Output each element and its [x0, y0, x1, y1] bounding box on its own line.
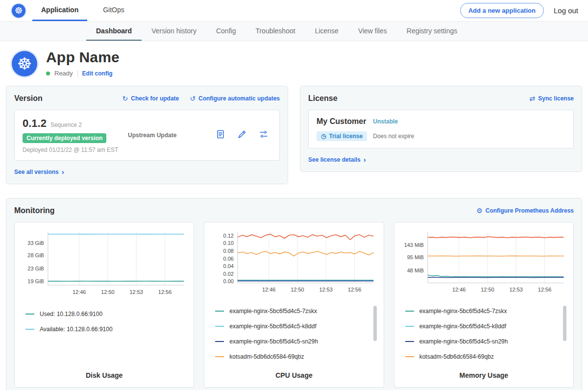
legend-item: example-nginx-5bc6f5d4c5-7zskx: [215, 308, 378, 315]
legend-color-dash-icon: [215, 356, 224, 357]
subnav-tab-registry-settings[interactable]: Registry settings: [397, 22, 467, 41]
legend-label: Available: 10.128.0.66:9100: [40, 326, 113, 333]
subnav-tab-troubleshoot[interactable]: Troubleshoot: [245, 22, 305, 41]
legend-color-dash-icon: [215, 311, 224, 312]
cpu-usage-panel: 12:4612:5012:5312:560.120.100.080.060.04…: [204, 222, 384, 388]
legend-scrollbar[interactable]: [373, 306, 377, 341]
status-text: Ready: [54, 70, 73, 77]
check-for-update-link[interactable]: ↻ Check for update: [122, 95, 179, 102]
configure-auto-updates-label: Configure automatic updates: [198, 95, 280, 102]
svg-text:0.04: 0.04: [223, 263, 234, 269]
svg-text:0.06: 0.06: [223, 256, 234, 262]
svg-text:12:46: 12:46: [73, 289, 86, 295]
svg-text:12:53: 12:53: [319, 287, 333, 292]
see-all-versions-row: See all versions ›: [14, 167, 280, 176]
svg-text:143 MiB: 143 MiB: [404, 242, 423, 248]
summary-cards-row: Version ↻ Check for update ↺ Configure a…: [6, 86, 582, 184]
svg-text:0.08: 0.08: [223, 248, 234, 254]
license-card: License ⇄ Sync license My Customer Unsta…: [300, 86, 582, 172]
subnav-tab-dashboard[interactable]: Dashboard: [86, 22, 142, 41]
legend-color-dash-icon: [215, 341, 224, 342]
svg-text:0.02: 0.02: [223, 271, 234, 277]
legend-color-dash-icon: [405, 341, 414, 342]
memory-usage-chart-title: Memory Usage: [399, 368, 568, 381]
cpu-usage-legend: example-nginx-5bc6f5d4c5-7zskxexample-ng…: [215, 308, 378, 368]
deployed-version-badge: Currently deployed version: [23, 133, 106, 143]
version-action-icons: [216, 129, 269, 141]
tab-application[interactable]: Application: [32, 0, 87, 21]
edit-config-icon[interactable]: [237, 129, 247, 141]
sync-license-link[interactable]: ⇄ Sync license: [530, 95, 574, 102]
license-channel: Unstable: [373, 118, 398, 125]
legend-label: kotsadm-5db6dc6584-69qbz: [229, 353, 304, 360]
version-card-actions: ↻ Check for update ↺ Configure automatic…: [122, 95, 280, 102]
monitoring-card-head: Monitoring ⚙ Configure Prometheus Addres…: [14, 206, 574, 215]
svg-text:12:50: 12:50: [481, 287, 494, 292]
configure-prometheus-link[interactable]: ⚙ Configure Prometheus Address: [476, 207, 574, 215]
subnav-tab-license[interactable]: License: [305, 22, 348, 41]
legend-label: example-nginx-5bc6f5d4c5-7zskx: [419, 308, 507, 315]
divider: [77, 70, 78, 77]
legend-label: kotsadm-5db6dc6584-69qbz: [419, 353, 494, 360]
license-card-head: License ⇄ Sync license: [308, 94, 574, 103]
legend-item: example-nginx-5bc6f5d4c5-sn29h: [215, 338, 378, 345]
release-notes-icon[interactable]: [216, 129, 225, 141]
license-type-row: ◷ Trial license Does not expire: [317, 131, 565, 141]
legend-item: example-nginx-5bc6f5d4c5-k8ddf: [405, 323, 568, 330]
svg-text:95 MiB: 95 MiB: [407, 255, 423, 261]
chart-panels-row: 12:4612:5012:5312:5633 GiB28 GiB23 GiB19…: [14, 222, 574, 388]
svg-text:12:53: 12:53: [130, 289, 143, 295]
see-license-details-label: See license details: [308, 156, 361, 163]
monitoring-card: Monitoring ⚙ Configure Prometheus Addres…: [6, 198, 582, 390]
upstream-update-label: Upstream Update: [128, 132, 176, 139]
subnav-tab-view-files[interactable]: View files: [348, 22, 397, 41]
dashboard-main: Version ↻ Check for update ↺ Configure a…: [0, 86, 588, 390]
legend-color-dash-icon: [25, 314, 34, 315]
legend-item: example-nginx-5bc6f5d4c5-sn29h: [405, 338, 568, 345]
diff-icon[interactable]: [259, 129, 269, 141]
app-subnav: Dashboard Version history Config Trouble…: [0, 22, 588, 41]
svg-text:28 GiB: 28 GiB: [27, 252, 44, 258]
legend-item: Used: 10.128.0.66:9100: [25, 311, 189, 317]
top-nav-left: ☸ Application GitOps: [12, 0, 133, 21]
legend-scrollbar[interactable]: [563, 306, 566, 341]
gear-icon: ⚙: [476, 207, 483, 215]
license-info-panel: My Customer Unstable ◷ Trial license Doe…: [308, 110, 574, 148]
legend-color-dash-icon: [215, 326, 224, 327]
subnav-tab-config[interactable]: Config: [206, 22, 245, 41]
cpu-usage-chart: 12:4612:5012:5312:560.120.100.080.060.04…: [209, 229, 378, 300]
customer-name: My Customer: [317, 117, 366, 126]
app-header-text: App Name Ready Edit config: [46, 49, 120, 77]
add-application-button[interactable]: Add a new application: [460, 3, 544, 18]
memory-usage-legend: example-nginx-5bc6f5d4c5-7zskxexample-ng…: [405, 308, 568, 368]
svg-text:0.10: 0.10: [223, 241, 234, 246]
legend-color-dash-icon: [405, 326, 414, 327]
refresh-icon: ↻: [122, 95, 128, 102]
tab-gitops[interactable]: GitOps: [94, 0, 133, 21]
page-title: App Name: [46, 49, 120, 66]
svg-text:12:56: 12:56: [158, 289, 172, 295]
disk-usage-chart-title: Disk Usage: [20, 368, 189, 381]
disk-usage-panel: 12:4612:5012:5312:5633 GiB28 GiB23 GiB19…: [14, 222, 194, 388]
version-card: Version ↻ Check for update ↺ Configure a…: [6, 86, 288, 184]
legend-item: example-nginx-5bc6f5d4c5-7zskx: [405, 308, 568, 315]
chevron-right-icon: ›: [364, 157, 366, 162]
logout-link[interactable]: Log out: [554, 6, 578, 15]
legend-item: kotsadm-5db6dc6584-69qbz: [405, 353, 568, 360]
subnav-tab-version-history[interactable]: Version history: [142, 22, 206, 41]
see-license-details-link[interactable]: See license details ›: [308, 156, 366, 163]
svg-text:12:56: 12:56: [538, 287, 551, 292]
top-navbar: ☸ Application GitOps Add a new applicati…: [0, 0, 588, 22]
legend-item: kotsadm-5db6dc6584-69qbz: [215, 353, 378, 360]
see-all-versions-label: See all versions: [14, 169, 59, 175]
sync-license-label: Sync license: [538, 95, 574, 102]
memory-usage-panel: 12:4612:5012:5312:56143 MiB95 MiB48 MiB …: [394, 222, 574, 388]
see-all-versions-link[interactable]: See all versions ›: [14, 169, 64, 175]
configure-auto-updates-link[interactable]: ↺ Configure automatic updates: [190, 95, 280, 102]
app-logo-icon: ☸: [12, 51, 37, 76]
disk-usage-legend: Used: 10.128.0.66:9100Available: 10.128.…: [25, 311, 189, 368]
chevron-right-icon: ›: [62, 170, 64, 174]
svg-text:23 GiB: 23 GiB: [27, 266, 44, 271]
app-header: ☸ App Name Ready Edit config: [0, 41, 588, 86]
edit-config-link[interactable]: Edit config: [82, 70, 113, 77]
